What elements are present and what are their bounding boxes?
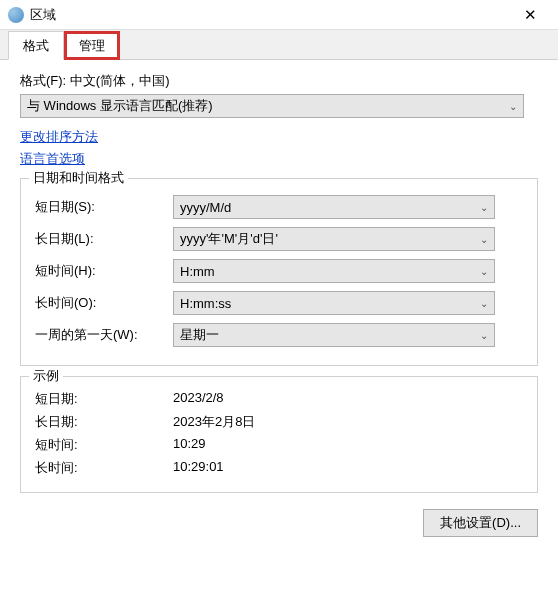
ex-long-date-label: 长日期: <box>35 413 173 431</box>
chevron-down-icon: ⌄ <box>480 330 488 341</box>
example-short-date: 短日期: 2023/2/8 <box>35 390 523 408</box>
short-time-label: 短时间(H): <box>35 262 173 280</box>
link-language-pref[interactable]: 语言首选项 <box>20 150 538 168</box>
tabs-strip: 格式 管理 <box>0 30 558 60</box>
link-change-sort[interactable]: 更改排序方法 <box>20 128 538 146</box>
tab-admin[interactable]: 管理 <box>64 31 120 60</box>
example-long-time: 长时间: 10:29:01 <box>35 459 523 477</box>
ex-long-time-value: 10:29:01 <box>173 459 523 477</box>
chevron-down-icon: ⌄ <box>480 234 488 245</box>
short-date-value: yyyy/M/d <box>180 200 480 215</box>
chevron-down-icon: ⌄ <box>480 298 488 309</box>
first-day-label: 一周的第一天(W): <box>35 326 173 344</box>
row-long-date: 长日期(L): yyyy'年'M'月'd'日' ⌄ <box>35 227 523 251</box>
ex-short-date-value: 2023/2/8 <box>173 390 523 408</box>
titlebar: 区域 ✕ <box>0 0 558 30</box>
format-dropdown[interactable]: 与 Windows 显示语言匹配(推荐) ⌄ <box>20 94 524 118</box>
ex-short-time-value: 10:29 <box>173 436 523 454</box>
ex-short-time-label: 短时间: <box>35 436 173 454</box>
first-day-dropdown[interactable]: 星期一 ⌄ <box>173 323 495 347</box>
long-time-label: 长时间(O): <box>35 294 173 312</box>
format-dropdown-value: 与 Windows 显示语言匹配(推荐) <box>27 97 509 115</box>
other-settings-button[interactable]: 其他设置(D)... <box>423 509 538 537</box>
short-time-dropdown[interactable]: H:mm ⌄ <box>173 259 495 283</box>
links-area: 更改排序方法 语言首选项 <box>20 128 538 168</box>
format-label: 格式(F): 中文(简体，中国) <box>20 72 538 90</box>
ex-long-date-value: 2023年2月8日 <box>173 413 523 431</box>
example-group: 示例 短日期: 2023/2/8 长日期: 2023年2月8日 短时间: 10:… <box>20 376 538 493</box>
first-day-value: 星期一 <box>180 326 480 344</box>
long-time-value: H:mm:ss <box>180 296 480 311</box>
long-time-dropdown[interactable]: H:mm:ss ⌄ <box>173 291 495 315</box>
long-date-dropdown[interactable]: yyyy'年'M'月'd'日' ⌄ <box>173 227 495 251</box>
ex-short-date-label: 短日期: <box>35 390 173 408</box>
short-time-value: H:mm <box>180 264 480 279</box>
long-date-label: 长日期(L): <box>35 230 173 248</box>
ex-long-time-label: 长时间: <box>35 459 173 477</box>
globe-icon <box>8 7 24 23</box>
datetime-group-title: 日期和时间格式 <box>29 169 128 187</box>
example-short-time: 短时间: 10:29 <box>35 436 523 454</box>
example-group-title: 示例 <box>29 367 63 385</box>
row-long-time: 长时间(O): H:mm:ss ⌄ <box>35 291 523 315</box>
chevron-down-icon: ⌄ <box>509 101 517 112</box>
tab-format[interactable]: 格式 <box>8 31 64 60</box>
footer: 其他设置(D)... <box>0 501 558 537</box>
example-long-date: 长日期: 2023年2月8日 <box>35 413 523 431</box>
row-short-date: 短日期(S): yyyy/M/d ⌄ <box>35 195 523 219</box>
chevron-down-icon: ⌄ <box>480 266 488 277</box>
row-short-time: 短时间(H): H:mm ⌄ <box>35 259 523 283</box>
short-date-label: 短日期(S): <box>35 198 173 216</box>
content-area: 格式(F): 中文(简体，中国) 与 Windows 显示语言匹配(推荐) ⌄ … <box>0 60 558 501</box>
chevron-down-icon: ⌄ <box>480 202 488 213</box>
row-first-day: 一周的第一天(W): 星期一 ⌄ <box>35 323 523 347</box>
short-date-dropdown[interactable]: yyyy/M/d ⌄ <box>173 195 495 219</box>
window-title: 区域 <box>30 6 510 24</box>
close-button[interactable]: ✕ <box>510 6 550 24</box>
long-date-value: yyyy'年'M'月'd'日' <box>180 230 480 248</box>
datetime-format-group: 日期和时间格式 短日期(S): yyyy/M/d ⌄ 长日期(L): yyyy'… <box>20 178 538 366</box>
